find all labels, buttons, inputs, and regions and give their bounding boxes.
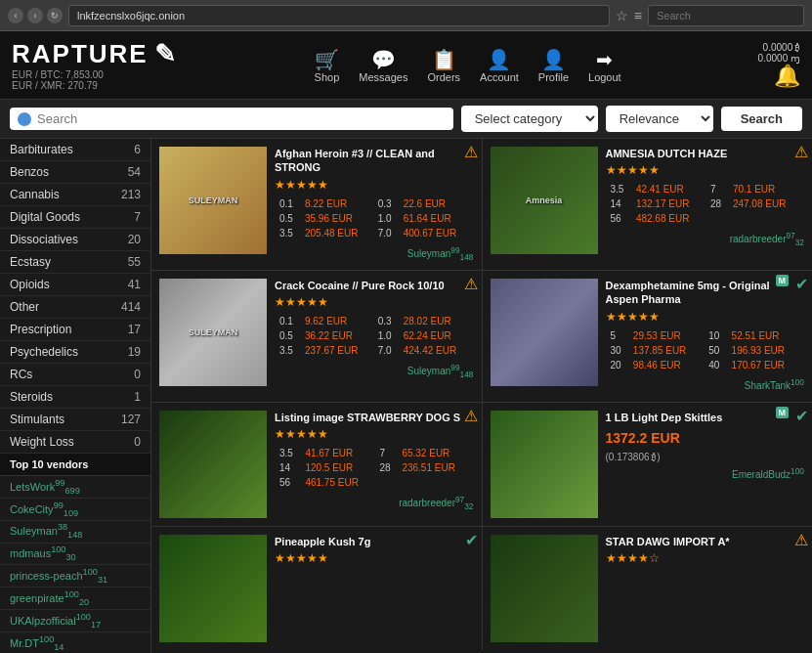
product-info: Listing image STRAWBERRY DOG S ★★★★★ 3.5… — [275, 411, 474, 518]
nav-shop[interactable]: 🛒 Shop — [315, 48, 340, 83]
logo-icon: ✎ — [154, 39, 178, 69]
nav-logout-label: Logout — [588, 71, 621, 83]
vendor-item-ukalpzofficial[interactable]: UKAlpzofficial10017 — [0, 610, 150, 632]
seller-tag[interactable]: Suleyman99148 — [275, 363, 474, 379]
bell-icon[interactable]: 🔔 — [774, 64, 800, 89]
vendor-item-letswork[interactable]: LetsWork99699 — [0, 476, 150, 499]
sidebar-item-dissociatives[interactable]: Dissociatives20 — [0, 229, 150, 251]
search-input-wrap — [10, 108, 453, 130]
product-card: 1 LB Light Dep Skittles 1372.2 EUR (0.17… — [483, 403, 813, 526]
sidebar-item-ecstasy[interactable]: Ecstasy55 — [0, 251, 150, 274]
product-image — [491, 535, 598, 642]
sidebar-item-psychedelics[interactable]: Psychedelics19 — [0, 341, 150, 364]
warn-icon: ⚠ — [464, 407, 478, 425]
product-title[interactable]: Crack Cocaine // Pure Rock 10/10 — [275, 279, 474, 292]
product-title[interactable]: 1 LB Light Dep Skittles — [606, 411, 805, 424]
product-stars: ★★★★★ — [606, 310, 805, 324]
seller-tag[interactable]: radarbreeder9732 — [275, 495, 474, 511]
products-area: SULEYMAN Afghan Heroin #3 // CLEAN and S… — [151, 139, 812, 653]
vendor-item-suleyman[interactable]: Suleyman38148 — [0, 521, 150, 544]
browser-controls: ‹ › ↻ — [8, 8, 63, 23]
search-dot-icon — [18, 112, 31, 126]
sidebar-item-weight-loss[interactable]: Weight Loss0 — [0, 431, 150, 454]
sidebar-item-digital-goods[interactable]: Digital Goods7 — [0, 206, 150, 229]
vendor-item-mr.dt[interactable]: Mr.DT10014 — [0, 632, 150, 653]
m-badge: M — [776, 275, 790, 286]
sidebar-item-cannabis[interactable]: Cannabis213 — [0, 184, 150, 206]
sidebar-item-opioids[interactable]: Opioids41 — [0, 274, 150, 296]
star-icon: ☆ — [616, 8, 628, 23]
back-button[interactable]: ‹ — [8, 8, 23, 23]
vendor-item-princess-peach[interactable]: princess-peach10031 — [0, 565, 150, 588]
product-stars: ★★★★★ — [275, 295, 474, 309]
forward-button[interactable]: › — [27, 8, 43, 23]
vendor-item-mdmaus[interactable]: mdmaus10030 — [0, 544, 150, 566]
product-title[interactable]: Pineapple Kush 7g — [275, 535, 474, 548]
sidebar-item-barbiturates[interactable]: Barbiturates6 — [0, 139, 150, 161]
warn-icon: ⚠ — [464, 275, 478, 293]
nav-shop-label: Shop — [315, 71, 340, 83]
warn-icon: ⚠ — [794, 531, 808, 549]
vendor-item-cokecity[interactable]: CokeCity99109 — [0, 499, 150, 521]
product-img-label: SULEYMAN — [185, 192, 242, 209]
product-info: STAR DAWG IMPORT A* ★★★★☆ — [606, 535, 805, 642]
seller-tag[interactable]: SharkTank100 — [606, 377, 805, 394]
product-stars: ★★★★★ — [275, 427, 474, 441]
product-title[interactable]: AMNESIA DUTCH HAZE — [606, 147, 805, 160]
refresh-button[interactable]: ↻ — [47, 8, 63, 23]
url-bar[interactable] — [68, 5, 610, 26]
product-img-label — [209, 585, 217, 592]
search-input[interactable] — [37, 111, 446, 126]
sidebar-item-benzos[interactable]: Benzos54 — [0, 161, 150, 184]
seller-tag[interactable]: EmeraldBudz100 — [606, 466, 805, 483]
browser-search-input[interactable] — [648, 5, 804, 26]
logo-area: RAPTURE ✎ EUR / BTC: 7,853.00 EUR / XMR:… — [12, 39, 178, 91]
product-stars: ★★★★★ — [606, 163, 805, 177]
nav-icons: 🛒 Shop 💬 Messages 📋 Orders 👤 Account 👤 P… — [315, 48, 621, 83]
search-button[interactable]: Search — [721, 107, 802, 131]
product-img-label — [540, 328, 548, 336]
vendor-list: LetsWork99699CokeCity99109Suleyman38148m… — [0, 476, 150, 653]
seller-tag[interactable]: radarbreeder9732 — [606, 231, 805, 247]
m-badge: M — [776, 407, 790, 418]
shop-icon: 🛒 — [315, 48, 339, 71]
nav-messages-label: Messages — [359, 71, 407, 83]
product-title[interactable]: STAR DAWG IMPORT A* — [606, 535, 805, 548]
vendor-item-greenpirate[interactable]: greenpirate10020 — [0, 588, 150, 610]
logo-text: RAPTURE — [12, 39, 149, 69]
seller-tag[interactable]: Suleyman99148 — [275, 245, 474, 262]
category-list: Barbiturates6Benzos54Cannabis213Digital … — [0, 139, 150, 454]
nav-orders[interactable]: 📋 Orders — [427, 48, 460, 83]
orders-icon: 📋 — [432, 48, 456, 71]
product-title[interactable]: Afghan Heroin #3 // CLEAN and STRONG — [275, 147, 474, 175]
product-info: Afghan Heroin #3 // CLEAN and STRONG ★★★… — [275, 147, 474, 262]
nav-profile[interactable]: 👤 Profile — [538, 48, 569, 83]
sidebar: Barbiturates6Benzos54Cannabis213Digital … — [0, 139, 151, 653]
product-stars: ★★★★☆ — [606, 551, 805, 565]
sidebar-item-other[interactable]: Other414 — [0, 296, 150, 319]
messages-icon: 💬 — [371, 48, 396, 71]
nav-account[interactable]: 👤 Account — [480, 48, 519, 83]
sidebar-item-rcs[interactable]: RCs0 — [0, 364, 150, 386]
sidebar-item-stimulants[interactable]: Stimulants127 — [0, 409, 150, 431]
settings-icon: ≡ — [634, 8, 642, 23]
product-info: Crack Cocaine // Pure Rock 10/10 ★★★★★ 0… — [275, 279, 474, 394]
product-title[interactable]: Dexamphetamine 5mg - Original Aspen Phar… — [606, 279, 805, 307]
category-select[interactable]: Select category — [461, 106, 598, 132]
product-info: 1 LB Light Dep Skittles 1372.2 EUR (0.17… — [606, 411, 805, 518]
account-icon: 👤 — [487, 48, 511, 71]
sidebar-item-steroids[interactable]: Steroids1 — [0, 386, 150, 409]
logo: RAPTURE ✎ — [12, 39, 178, 69]
product-image — [491, 411, 598, 518]
product-image: SULEYMAN — [159, 147, 267, 254]
product-img-label — [540, 585, 548, 592]
nav-messages[interactable]: 💬 Messages — [359, 48, 407, 83]
warn-icon: ⚠ — [794, 143, 808, 161]
product-info: Dexamphetamine 5mg - Original Aspen Phar… — [606, 279, 805, 394]
product-stars: ★★★★★ — [275, 551, 474, 565]
product-title[interactable]: Listing image STRAWBERRY DOG S — [275, 411, 474, 424]
nav-logout[interactable]: ➡ Logout — [588, 48, 621, 83]
sidebar-item-prescription[interactable]: Prescription17 — [0, 319, 150, 341]
relevance-select[interactable]: Relevance — [606, 106, 713, 132]
ok-icon: ✔ — [795, 275, 808, 293]
